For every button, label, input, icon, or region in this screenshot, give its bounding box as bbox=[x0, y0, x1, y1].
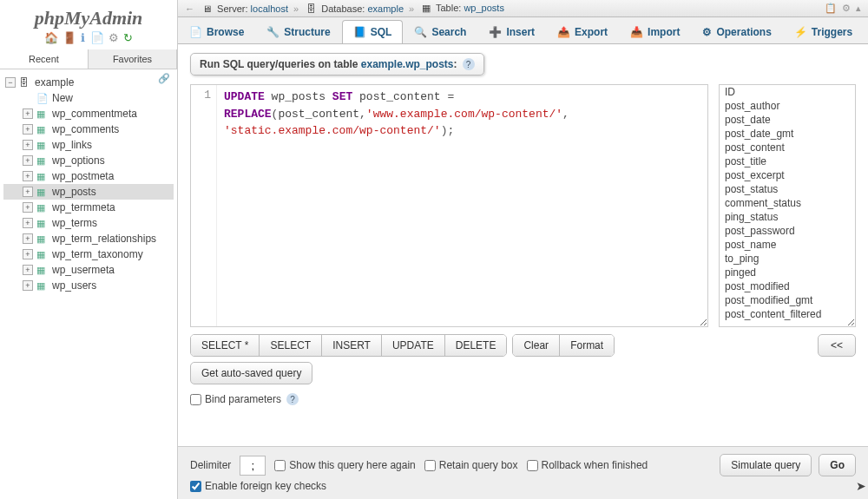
insert-icon: ➕ bbox=[489, 26, 502, 38]
chevron-up-icon[interactable]: ▴ bbox=[856, 3, 861, 14]
retain-check[interactable]: Retain query box bbox=[424, 459, 518, 471]
column-option[interactable]: post_modified_gmt bbox=[720, 293, 855, 307]
tab-favorites[interactable]: Favorites bbox=[89, 49, 177, 69]
settings-icon[interactable]: ⚙ bbox=[108, 31, 119, 44]
column-option[interactable]: post_name bbox=[720, 238, 855, 252]
tree-table-node[interactable]: +▦wp_termmeta bbox=[3, 200, 174, 215]
rollback-check[interactable]: Rollback when finished bbox=[527, 459, 648, 471]
tab-triggers[interactable]: ⚡Triggers bbox=[783, 20, 864, 43]
column-option[interactable]: post_password bbox=[720, 224, 855, 238]
tree-new-node[interactable]: 📄 New bbox=[3, 90, 174, 106]
tab-search[interactable]: 🔍Search bbox=[403, 20, 477, 43]
exit-icon[interactable]: 🚪 bbox=[62, 31, 76, 44]
update-button[interactable]: UPDATE bbox=[382, 335, 445, 356]
tab-operations[interactable]: ⚙Operations bbox=[691, 20, 782, 43]
info-icon[interactable]: ℹ bbox=[81, 31, 85, 44]
tab-label: Search bbox=[431, 26, 466, 38]
column-option[interactable]: pinged bbox=[720, 266, 855, 279]
table-link[interactable]: example.wp_posts bbox=[361, 58, 454, 70]
column-option[interactable]: to_ping bbox=[720, 252, 855, 266]
expand-icon[interactable]: + bbox=[23, 124, 33, 135]
tree-table-node[interactable]: +▦wp_comments bbox=[3, 121, 174, 137]
delete-button[interactable]: DELETE bbox=[445, 335, 507, 356]
tab-browse[interactable]: 📄Browse bbox=[178, 20, 255, 43]
simulate-button[interactable]: Simulate query bbox=[720, 454, 812, 476]
crumb-database[interactable]: 🗄 Database: example bbox=[304, 3, 404, 14]
collapse-icon[interactable]: − bbox=[5, 77, 16, 88]
help-icon[interactable]: ? bbox=[286, 393, 299, 405]
column-option[interactable]: post_title bbox=[720, 154, 855, 168]
expand-icon[interactable]: + bbox=[23, 202, 33, 213]
show-again-check[interactable]: Show this query here again bbox=[274, 459, 415, 471]
expand-icon[interactable]: + bbox=[23, 233, 33, 244]
sql-content: Run SQL query/queries on table example.w… bbox=[178, 44, 868, 446]
bind-checkbox[interactable] bbox=[190, 394, 201, 405]
collapse-button[interactable]: << bbox=[818, 334, 856, 357]
tree-table-node[interactable]: +▦wp_term_relationships bbox=[3, 231, 174, 246]
tab-insert[interactable]: ➕Insert bbox=[477, 20, 546, 43]
expand-icon[interactable]: + bbox=[23, 155, 33, 166]
column-option[interactable]: post_status bbox=[720, 182, 855, 196]
expand-icon[interactable]: + bbox=[23, 280, 33, 291]
crumb-server[interactable]: 🖥 Server: localhost bbox=[200, 3, 288, 14]
tree-table-node[interactable]: +▦wp_usermeta bbox=[3, 262, 174, 278]
table-label: wp_postmeta bbox=[52, 170, 114, 182]
nav-back-icon[interactable]: ← bbox=[185, 3, 194, 14]
expand-icon[interactable]: + bbox=[23, 108, 33, 119]
column-option[interactable]: post_date_gmt bbox=[720, 127, 855, 141]
tab-sql[interactable]: 📘SQL bbox=[342, 20, 404, 43]
column-option[interactable]: post_author bbox=[720, 99, 855, 113]
tree-db-node[interactable]: − 🗄 example bbox=[3, 75, 174, 90]
fk-check[interactable]: Enable foreign key checks bbox=[190, 480, 326, 492]
help-icon[interactable]: ? bbox=[463, 58, 475, 70]
tree-table-node[interactable]: +▦wp_links bbox=[3, 137, 174, 153]
column-option[interactable]: comment_status bbox=[720, 196, 855, 210]
expand-icon[interactable]: + bbox=[23, 171, 33, 181]
sql-editor[interactable]: 1 UPDATE wp_posts SET post_content = REP… bbox=[190, 84, 708, 327]
table-icon: ▦ bbox=[422, 3, 431, 13]
clear-button[interactable]: Clear bbox=[513, 335, 560, 356]
column-option[interactable]: post_date bbox=[720, 113, 855, 127]
crumb-table[interactable]: ▦ Table: wp_posts bbox=[419, 3, 504, 14]
tree-table-node[interactable]: +▦wp_term_taxonomy bbox=[3, 246, 174, 262]
column-option[interactable]: post_excerpt bbox=[720, 168, 855, 182]
expand-icon[interactable]: + bbox=[23, 265, 33, 275]
autosave-button[interactable]: Get auto-saved query bbox=[190, 362, 312, 384]
home-icon[interactable]: 🏠 bbox=[44, 31, 58, 44]
tree-table-node[interactable]: +▦wp_terms bbox=[3, 215, 174, 231]
tree-table-node[interactable]: +▦wp_commentmeta bbox=[3, 106, 174, 121]
column-list[interactable]: IDpost_authorpost_datepost_date_gmtpost_… bbox=[719, 84, 856, 327]
tree-table-node[interactable]: +▦wp_options bbox=[3, 153, 174, 168]
tree-table-node[interactable]: +▦wp_users bbox=[3, 278, 174, 293]
bind-params-check[interactable]: Bind parameters bbox=[190, 393, 281, 405]
gear-icon[interactable]: ⚙ bbox=[842, 3, 851, 14]
expand-icon[interactable]: + bbox=[23, 187, 33, 197]
delimiter-input[interactable] bbox=[240, 456, 266, 476]
tree-table-node[interactable]: +▦wp_posts bbox=[3, 184, 174, 200]
column-option[interactable]: ping_status bbox=[720, 210, 855, 224]
go-button[interactable]: Go bbox=[819, 454, 856, 476]
select--button[interactable]: SELECT * bbox=[191, 335, 260, 356]
link-icon[interactable]: 🔗 bbox=[158, 73, 170, 84]
table-icon: ▦ bbox=[36, 187, 49, 198]
column-option[interactable]: post_modified bbox=[720, 279, 855, 293]
column-option[interactable]: post_content_filtered bbox=[720, 307, 855, 321]
format-button[interactable]: Format bbox=[560, 335, 614, 356]
table-label: wp_posts bbox=[52, 186, 96, 198]
tab-export[interactable]: 📤Export bbox=[546, 20, 619, 43]
select-button[interactable]: SELECT bbox=[260, 335, 322, 356]
expand-icon[interactable]: + bbox=[23, 249, 33, 259]
expand-icon[interactable]: + bbox=[23, 140, 33, 150]
column-option[interactable]: post_content bbox=[720, 141, 855, 154]
column-option[interactable]: ID bbox=[720, 85, 855, 99]
window-icon[interactable]: 📋 bbox=[825, 3, 837, 14]
tab-recent[interactable]: Recent bbox=[0, 49, 89, 69]
table-icon: ▦ bbox=[36, 249, 49, 260]
reload-icon[interactable]: ↻ bbox=[123, 31, 133, 44]
insert-button[interactable]: INSERT bbox=[322, 335, 382, 356]
tab-import[interactable]: 📥Import bbox=[619, 20, 691, 43]
tab-structure[interactable]: 🔧Structure bbox=[255, 20, 341, 43]
expand-icon[interactable]: + bbox=[23, 218, 33, 228]
docs-icon[interactable]: 📄 bbox=[90, 31, 104, 44]
tree-table-node[interactable]: +▦wp_postmeta bbox=[3, 168, 174, 184]
